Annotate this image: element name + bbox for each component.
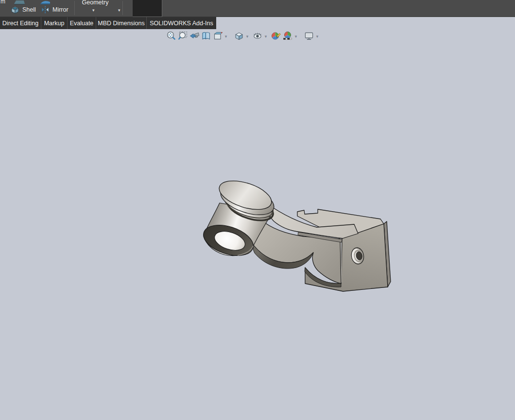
tab-direct-editing[interactable]: Direct Editing (0, 17, 41, 29)
geometry-group-label: Geometry (79, 0, 111, 6)
clipped-ribbon-icon-2 (40, 0, 51, 5)
tab-evaluate[interactable]: Evaluate (68, 17, 96, 29)
tab-solidworks-add-ins[interactable]: SOLIDWORKS Add-Ins (147, 17, 216, 29)
solidworks-window: m Shell Mirror (0, 0, 515, 420)
mirror-button-label: Mirror (52, 6, 69, 13)
bracket-part-model[interactable] (0, 29, 515, 420)
tab-markup[interactable]: Markup (41, 17, 68, 29)
dropdown-arrow[interactable]: ▾ (92, 8, 95, 13)
ribbon-separator (74, 1, 75, 15)
mirror-button[interactable]: Mirror (39, 5, 70, 15)
ribbon-empty-panel (133, 0, 162, 17)
ribbon-separator (122, 1, 123, 15)
mirror-icon (41, 5, 50, 14)
shell-icon (11, 5, 19, 14)
graphics-viewport[interactable]: ▾ ▾ ▾ (0, 29, 515, 420)
shell-button-label: Shell (22, 6, 36, 13)
clipped-ribbon-label: m (0, 0, 5, 5)
ribbon: m Shell Mirror (0, 0, 515, 17)
shell-button[interactable]: Shell (9, 5, 37, 15)
clipped-ribbon-icon (13, 0, 26, 4)
command-tab-bar: Direct Editing Markup Evaluate MBD Dimen… (0, 17, 216, 29)
tab-mbd-dimensions[interactable]: MBD Dimensions (96, 17, 147, 29)
dropdown-arrow[interactable]: ▾ (118, 8, 120, 13)
